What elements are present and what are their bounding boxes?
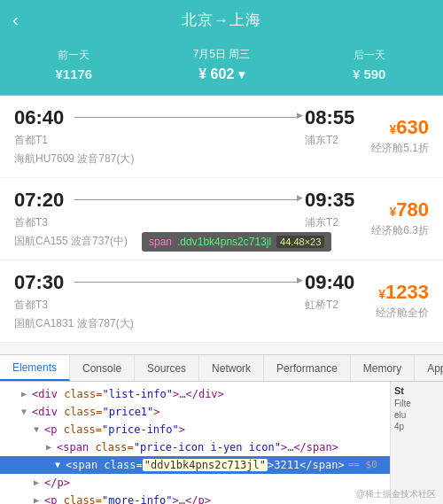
- triangle-6[interactable]: [34, 475, 44, 491]
- side-item-1: Filte: [394, 398, 439, 409]
- prev-day-price: ¥1176: [0, 64, 148, 85]
- current-day-price: ¥ 602 ▾: [148, 63, 296, 86]
- arrive-time-3: 09:40: [305, 271, 358, 294]
- arrow-line-inner-2: [74, 199, 298, 200]
- dom-equals-badge: == $0: [348, 457, 377, 473]
- triangle-7[interactable]: [34, 492, 44, 504]
- triangle-4[interactable]: [46, 439, 57, 455]
- side-item-3: 4p: [394, 421, 439, 432]
- next-day-price: ¥ 590: [295, 64, 443, 85]
- devtools-panel: Elements Console Sources Network Perform…: [0, 354, 443, 504]
- triangle-1[interactable]: [21, 386, 32, 402]
- flight-times-3: 07:30 09:40: [14, 271, 358, 294]
- arrive-airport-2: 浦东T2: [305, 215, 358, 230]
- depart-time-1: 06:40: [14, 106, 67, 129]
- prev-day[interactable]: 前一天 ¥1176: [0, 47, 148, 85]
- flight-sub-1: 首都T1 浦东T2: [14, 133, 358, 148]
- tooltip-tag: span: [149, 236, 172, 248]
- price-discount-1: 经济舱5.1折: [358, 141, 429, 156]
- price-dropdown-arrow: ▾: [238, 67, 245, 81]
- date-navigation: 前一天 ¥1176 7月5日 周三 ¥ 602 ▾ 后一天 ¥ 590: [0, 39, 443, 96]
- flight-info-3: 07:30 09:40 首都T3 虹桥T2 国航CA1831 波音787(大): [14, 271, 358, 331]
- side-item-2: elu: [394, 409, 439, 421]
- flight-number-1: 海航HU7609 波音787(大): [14, 151, 358, 167]
- price-value-3: ¥1233: [358, 281, 429, 304]
- devtools-body: <div class="list-info">…</div> <div clas…: [0, 382, 443, 504]
- arrive-airport-3: 虹桥T2: [305, 298, 358, 313]
- tooltip-classname: .ddv1bk4pns2c713jl: [177, 236, 271, 248]
- code-line-7: <p class="more-info">…</p>: [0, 492, 390, 504]
- flight-price-2: ¥780 经济舱6.3折: [358, 198, 429, 238]
- depart-airport-1: 首都T1: [14, 133, 67, 148]
- code-line-5-highlighted[interactable]: <span class="ddv1bk4pns2c713jl">3211</sp…: [0, 456, 390, 474]
- flight-item-3[interactable]: 07:30 09:40 首都T3 虹桥T2 国航CA1831 波音787(大) …: [0, 260, 443, 343]
- arrive-time-1: 08:55: [305, 106, 358, 129]
- prev-day-label: 前一天: [0, 47, 148, 64]
- arrow-line-1: [67, 117, 305, 118]
- flight-list: 06:40 08:55 首都T1 浦东T2 海航HU7609 波音787(大) …: [0, 96, 443, 343]
- devtools-side-panel: St Filte elu 4p: [390, 382, 443, 504]
- flight-number-3: 国航CA1831 波音787(大): [14, 316, 358, 331]
- price-discount-3: 经济舱全价: [358, 306, 429, 321]
- arrow-line-3: [67, 282, 305, 283]
- flight-times-2: 07:20 09:35: [14, 189, 358, 212]
- tab-memory[interactable]: Memory: [351, 355, 415, 381]
- triangle-2[interactable]: [21, 404, 32, 420]
- flight-info-1: 06:40 08:55 首都T1 浦东T2 海航HU7609 波音787(大): [14, 106, 358, 167]
- flight-times-1: 06:40 08:55: [14, 106, 358, 129]
- price-discount-2: 经济舱6.3折: [358, 223, 429, 238]
- flight-item-1[interactable]: 06:40 08:55 首都T1 浦东T2 海航HU7609 波音787(大) …: [0, 96, 443, 178]
- flight-price-1: ¥630 经济舱5.1折: [358, 116, 429, 156]
- arrow-line-inner-3: [74, 282, 298, 283]
- flight-sub-2: 首都T3 浦东T2: [14, 215, 358, 230]
- tab-network[interactable]: Network: [199, 355, 264, 381]
- tab-application[interactable]: Applica: [415, 355, 443, 381]
- flight-sub-3: 首都T3 虹桥T2: [14, 298, 358, 313]
- code-line-2: <div class="price1">: [0, 403, 390, 421]
- back-button[interactable]: ‹: [12, 10, 19, 30]
- arrive-airport-1: 浦东T2: [305, 133, 358, 148]
- arrow-line-inner-1: [74, 117, 298, 118]
- side-title: St: [394, 385, 439, 396]
- triangle-5[interactable]: [55, 457, 66, 473]
- page-title: 北京→上海: [182, 10, 261, 30]
- code-line-6: </p>: [0, 474, 390, 492]
- arrow-line-2: [67, 199, 305, 200]
- element-tooltip: span.ddv1bk4pns2c713jl 44.48×23: [142, 232, 331, 252]
- current-day-label: 7月5日 周三: [148, 46, 296, 63]
- tab-console[interactable]: Console: [70, 355, 135, 381]
- next-day-label: 后一天: [295, 47, 443, 64]
- depart-airport-3: 首都T3: [14, 298, 67, 313]
- code-line-3: <p class="price-info">: [0, 421, 390, 438]
- flight-app: ‹ 北京→上海 前一天 ¥1176 7月5日 周三 ¥ 602 ▾ 后一天 ¥ …: [0, 0, 443, 354]
- tab-sources[interactable]: Sources: [135, 355, 199, 381]
- devtools-code-panel: <div class="list-info">…</div> <div clas…: [0, 382, 390, 504]
- code-line-4: <span class="price-icon i-yen icon">…</s…: [0, 438, 390, 456]
- price-value-1: ¥630: [358, 116, 429, 139]
- triangle-3[interactable]: [34, 422, 44, 438]
- price-value-2: ¥780: [358, 198, 429, 221]
- flight-price-3: ¥1233 经济舱全价: [358, 281, 429, 321]
- devtools-tabs: Elements Console Sources Network Perform…: [0, 355, 443, 382]
- code-line-1: <div class="list-info">…</div>: [0, 385, 390, 403]
- depart-time-3: 07:30: [14, 271, 67, 294]
- depart-airport-2: 首都T3: [14, 215, 67, 230]
- tab-performance[interactable]: Performance: [264, 355, 351, 381]
- app-header: ‹ 北京→上海: [0, 0, 443, 39]
- watermark: @稀土掘金技术社区: [356, 488, 436, 500]
- arrive-time-2: 09:35: [305, 189, 358, 212]
- next-day[interactable]: 后一天 ¥ 590: [295, 47, 443, 85]
- tooltip-size: 44.48×23: [276, 236, 324, 248]
- depart-time-2: 07:20: [14, 189, 67, 212]
- tab-elements[interactable]: Elements: [0, 355, 70, 381]
- current-day[interactable]: 7月5日 周三 ¥ 602 ▾: [148, 46, 296, 86]
